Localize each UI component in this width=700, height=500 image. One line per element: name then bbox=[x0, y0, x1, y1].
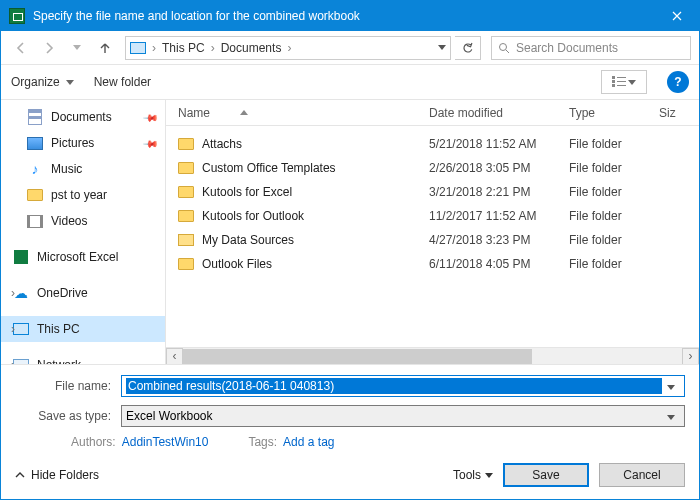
table-row[interactable]: Attachs5/21/2018 11:52 AMFile folder bbox=[166, 132, 699, 156]
file-date: 6/11/2018 4:05 PM bbox=[429, 257, 569, 271]
tags-field[interactable]: Tags:Add a tag bbox=[248, 435, 334, 449]
filename-input[interactable]: Combined results(2018-06-11 040813) bbox=[121, 375, 685, 397]
help-button[interactable]: ? bbox=[667, 71, 689, 93]
tags-label: Tags: bbox=[248, 435, 277, 449]
save-button[interactable]: Save bbox=[503, 463, 589, 487]
recent-dropdown[interactable] bbox=[65, 36, 89, 60]
body: Documents📌 Pictures📌 ♪Music pst to year … bbox=[1, 99, 699, 364]
sidebar-item-this-pc[interactable]: ›This PC bbox=[1, 316, 165, 342]
table-row[interactable]: Outlook Files6/11/2018 4:05 PMFile folde… bbox=[166, 252, 699, 276]
column-type[interactable]: Type bbox=[569, 106, 659, 120]
breadcrumb-label: This PC bbox=[162, 41, 205, 55]
table-row[interactable]: Kutools for Outlook11/2/2017 11:52 AMFil… bbox=[166, 204, 699, 228]
file-name: My Data Sources bbox=[202, 233, 294, 247]
sidebar-item-label: This PC bbox=[37, 322, 80, 336]
sidebar-item-network[interactable]: ›Network bbox=[1, 352, 165, 364]
file-type: File folder bbox=[569, 161, 659, 175]
sidebar[interactable]: Documents📌 Pictures📌 ♪Music pst to year … bbox=[1, 100, 166, 364]
filename-label: File name: bbox=[15, 379, 111, 393]
saveas-select[interactable]: Excel Workbook bbox=[121, 405, 685, 427]
file-date: 3/21/2018 2:21 PM bbox=[429, 185, 569, 199]
column-headers: Name Date modified Type Siz bbox=[166, 100, 699, 126]
up-button[interactable] bbox=[93, 36, 117, 60]
forward-button[interactable] bbox=[37, 36, 61, 60]
refresh-button[interactable] bbox=[455, 36, 481, 60]
videos-icon bbox=[27, 213, 43, 229]
column-size[interactable]: Siz bbox=[659, 106, 699, 120]
svg-rect-2 bbox=[612, 80, 615, 83]
table-row[interactable]: Kutools for Excel3/21/2018 2:21 PMFile f… bbox=[166, 180, 699, 204]
expand-icon[interactable]: › bbox=[7, 286, 19, 300]
expand-icon[interactable]: › bbox=[7, 322, 19, 336]
address-dropdown-icon[interactable] bbox=[438, 45, 446, 50]
organize-label: Organize bbox=[11, 75, 60, 89]
svg-point-0 bbox=[500, 43, 507, 50]
save-dialog: Specify the file name and location for t… bbox=[0, 0, 700, 500]
sidebar-item-label: pst to year bbox=[51, 188, 107, 202]
scroll-right-button[interactable]: › bbox=[682, 348, 699, 365]
search-icon bbox=[498, 42, 510, 54]
cancel-button[interactable]: Cancel bbox=[599, 463, 685, 487]
search-placeholder: Search Documents bbox=[516, 41, 618, 55]
excel-app-icon bbox=[9, 8, 25, 24]
breadcrumb-sep-icon: › bbox=[287, 41, 291, 55]
saveas-label: Save as type: bbox=[15, 409, 111, 423]
file-date: 11/2/2017 11:52 AM bbox=[429, 209, 569, 223]
file-type: File folder bbox=[569, 233, 659, 247]
hide-folders-label: Hide Folders bbox=[31, 468, 99, 482]
folder-icon bbox=[178, 160, 194, 176]
address-bar[interactable]: › This PC› Documents› bbox=[125, 36, 451, 60]
sort-asc-icon bbox=[240, 110, 248, 115]
authors-field[interactable]: Authors:AddinTestWin10 bbox=[71, 435, 208, 449]
column-date[interactable]: Date modified bbox=[429, 106, 569, 120]
expand-icon[interactable]: › bbox=[7, 358, 19, 364]
sidebar-item-music[interactable]: ♪Music bbox=[1, 156, 165, 182]
nav-bar: › This PC› Documents› Search Documents bbox=[1, 31, 699, 65]
horizontal-scrollbar[interactable]: ‹ › bbox=[166, 347, 699, 364]
hide-folders-button[interactable]: Hide Folders bbox=[15, 468, 99, 482]
file-type: File folder bbox=[569, 257, 659, 271]
toolbar: Organize New folder ? bbox=[1, 65, 699, 99]
view-mode-button[interactable] bbox=[601, 70, 647, 94]
close-button[interactable] bbox=[655, 1, 699, 31]
chevron-up-icon bbox=[15, 470, 25, 480]
sidebar-item-videos[interactable]: Videos bbox=[1, 208, 165, 234]
organize-menu[interactable]: Organize bbox=[11, 75, 74, 89]
sidebar-item-label: Pictures bbox=[51, 136, 94, 150]
filename-dropdown-icon[interactable] bbox=[662, 379, 680, 393]
search-input[interactable]: Search Documents bbox=[491, 36, 691, 60]
sidebar-item-pictures[interactable]: Pictures📌 bbox=[1, 130, 165, 156]
folder-icon bbox=[178, 184, 194, 200]
bottom-panel: File name: Combined results(2018-06-11 0… bbox=[1, 364, 699, 455]
scroll-thumb[interactable] bbox=[183, 349, 532, 364]
sidebar-item-documents[interactable]: Documents📌 bbox=[1, 104, 165, 130]
documents-icon bbox=[27, 109, 43, 125]
saveas-dropdown-icon[interactable] bbox=[662, 409, 680, 423]
scroll-track[interactable] bbox=[183, 348, 682, 365]
file-name: Kutools for Excel bbox=[202, 185, 292, 199]
svg-rect-4 bbox=[617, 77, 626, 78]
scroll-left-button[interactable]: ‹ bbox=[166, 348, 183, 365]
tools-menu[interactable]: Tools bbox=[453, 468, 493, 482]
saveas-value: Excel Workbook bbox=[126, 409, 662, 423]
breadcrumb-this-pc[interactable]: This PC› bbox=[162, 41, 215, 55]
file-date: 5/21/2018 11:52 AM bbox=[429, 137, 569, 151]
svg-rect-3 bbox=[612, 84, 615, 87]
sidebar-item-label: OneDrive bbox=[37, 286, 88, 300]
file-rows[interactable]: Attachs5/21/2018 11:52 AMFile folderCust… bbox=[166, 126, 699, 347]
svg-rect-6 bbox=[617, 85, 626, 86]
saveas-row: Save as type: Excel Workbook bbox=[15, 405, 685, 427]
table-row[interactable]: My Data Sources4/27/2018 3:23 PMFile fol… bbox=[166, 228, 699, 252]
file-name: Attachs bbox=[202, 137, 242, 151]
sidebar-item-microsoft-excel[interactable]: Microsoft Excel bbox=[1, 244, 165, 270]
sidebar-item-pst-to-year[interactable]: pst to year bbox=[1, 182, 165, 208]
back-button[interactable] bbox=[9, 36, 33, 60]
new-folder-button[interactable]: New folder bbox=[94, 75, 151, 89]
sidebar-item-onedrive[interactable]: ›☁OneDrive bbox=[1, 280, 165, 306]
sidebar-item-label: Music bbox=[51, 162, 82, 176]
file-name: Custom Office Templates bbox=[202, 161, 336, 175]
column-name[interactable]: Name bbox=[178, 106, 429, 120]
file-type: File folder bbox=[569, 137, 659, 151]
breadcrumb-documents[interactable]: Documents› bbox=[221, 41, 292, 55]
table-row[interactable]: Custom Office Templates2/26/2018 3:05 PM… bbox=[166, 156, 699, 180]
